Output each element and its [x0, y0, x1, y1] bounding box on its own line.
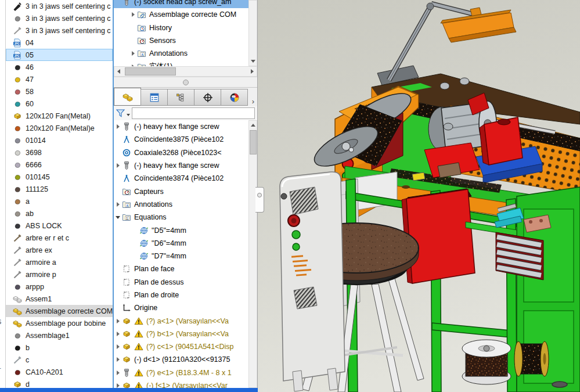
- expander-icon[interactable]: [114, 332, 122, 336]
- feature-tree-item[interactable]: Coïncidente3874 (Pièce102: [114, 172, 248, 185]
- expander-icon[interactable]: [114, 216, 122, 219]
- shaft-icon: [13, 355, 23, 365]
- file-list-item[interactable]: Assemblage pour bobine: [6, 317, 113, 329]
- file-list-item[interactable]: 04: [6, 37, 113, 49]
- feature-tree-item[interactable]: (?) c<1> (90451A541<Disp: [114, 340, 248, 353]
- file-list-item[interactable]: arppp: [6, 280, 113, 293]
- wire-spool-black[interactable]: [514, 341, 549, 376]
- scroll-thumb[interactable]: [125, 67, 176, 75]
- feature-tree-item[interactable]: Sensors: [114, 34, 248, 47]
- file-list-item[interactable]: Assemblage1: [6, 329, 113, 341]
- scrollbar-horizontal[interactable]: [114, 66, 257, 77]
- file-list-item[interactable]: 111125: [6, 183, 113, 195]
- feature-tree-item[interactable]: Plan de droite: [114, 289, 248, 301]
- expander-icon[interactable]: [129, 12, 137, 17]
- scroll-right-button[interactable]: [248, 67, 257, 76]
- featuremanager-tab[interactable]: [114, 88, 141, 106]
- file-list-item[interactable]: 6666: [6, 159, 113, 171]
- wire-spool-copper[interactable]: [462, 340, 511, 384]
- file-list-item[interactable]: 120x120 Fan(Metal): [6, 110, 113, 122]
- white-side-panel: [280, 172, 345, 391]
- feature-tree-item[interactable]: (?) e<1> (B18.3.4M - 8 x 1: [114, 366, 248, 379]
- feature-tree-item[interactable]: (-) socket head cap screw_am: [114, 0, 248, 8]
- feature-tree-item[interactable]: History: [114, 21, 248, 34]
- feature-tree-item[interactable]: (-) heavy hex flange screw: [114, 120, 248, 133]
- feature-tree-item[interactable]: Capteurs: [114, 185, 248, 197]
- feature-tree-item[interactable]: Plan de face: [114, 262, 248, 275]
- file-list-item[interactable]: 3698: [6, 146, 113, 159]
- expander-icon[interactable]: [114, 319, 122, 323]
- file-list-item[interactable]: b: [6, 341, 113, 354]
- feature-tree-item[interactable]: "D7"=4mm: [114, 250, 248, 262]
- scrollbar-vertical[interactable]: [248, 120, 257, 388]
- expander-icon[interactable]: [114, 124, 122, 129]
- displaymanager-tab[interactable]: [221, 89, 248, 106]
- file-list-item[interactable]: 47: [6, 73, 113, 85]
- file-list-item[interactable]: d: [6, 378, 113, 388]
- expander-icon[interactable]: [114, 383, 122, 388]
- expander-icon[interactable]: [114, 163, 122, 168]
- file-list-item[interactable]: arbre ex: [6, 244, 113, 256]
- expander-icon[interactable]: [114, 371, 122, 375]
- feature-tree-item[interactable]: (?) b<1> (Varsayılan<<Va: [114, 328, 248, 340]
- scroll-down-button[interactable]: [249, 57, 257, 66]
- tab-overflow-button[interactable]: ›: [250, 97, 257, 106]
- viewport-3d[interactable]: Taping and coil making machine: [258, 0, 580, 392]
- feature-tree-item[interactable]: Coïncidente3875 (Pièce102: [114, 133, 248, 146]
- file-list-item[interactable]: 3 in 3 jaws self centering c: [6, 24, 113, 37]
- feature-tree-item[interactable]: (-) heavy hex flange screw: [114, 159, 248, 172]
- red-bin[interactable]: [402, 189, 475, 283]
- green-button[interactable]: [292, 231, 300, 239]
- file-list-item[interactable]: a: [6, 195, 113, 207]
- folder-sensors-icon: [122, 187, 132, 196]
- expander-icon[interactable]: [129, 51, 137, 56]
- file-list-item[interactable]: 3 in 3 jaws self centering c: [6, 12, 113, 24]
- feature-tree-item[interactable]: "D5"=4mm: [114, 224, 248, 236]
- scrollbar-vertical[interactable]: [248, 0, 257, 66]
- feature-tree-item[interactable]: "D6"=4mm: [114, 237, 248, 250]
- file-list-item[interactable]: Assem1: [6, 293, 113, 305]
- screw-icon: [122, 122, 132, 131]
- expander-icon[interactable]: [114, 344, 122, 349]
- file-list-item[interactable]: ABS LOCK: [6, 220, 113, 232]
- expander-icon[interactable]: [114, 202, 122, 207]
- scroll-thumb[interactable]: [250, 130, 257, 154]
- tree-filter-input[interactable]: [132, 107, 255, 119]
- panel-collapse-tab[interactable]: [255, 187, 264, 213]
- propertymanager-tab[interactable]: [141, 89, 168, 106]
- scroll-up-button[interactable]: [249, 121, 257, 130]
- dimxpertmanager-tab[interactable]: [194, 89, 221, 106]
- feature-tree-item[interactable]: Coaxiale3268 (Pièce1023<: [114, 146, 248, 159]
- file-list-item[interactable]: 05: [6, 49, 113, 61]
- file-list-item[interactable]: arbre er r et c: [6, 232, 113, 244]
- filter-funnel-icon[interactable]: [116, 108, 126, 118]
- file-list-item[interactable]: 58: [6, 85, 113, 98]
- feature-tree-item[interactable]: (?) a<1> (Varsayılan<<Va: [114, 314, 248, 327]
- file-list-item[interactable]: 46: [6, 61, 113, 73]
- green-button[interactable]: [293, 243, 300, 250]
- feature-tree-item[interactable]: Plan de dessus: [114, 276, 248, 289]
- file-list-item[interactable]: Assemblage correcte COM: [6, 305, 113, 317]
- feature-tree-item[interactable]: Assemblage correcte COM: [114, 8, 248, 21]
- file-list-item[interactable]: armoire p: [6, 268, 113, 280]
- feature-tree-item[interactable]: 实体(1): [114, 60, 248, 66]
- file-list-item[interactable]: 120x120 Fan(Metal)e: [6, 122, 113, 134]
- file-list-item[interactable]: 01014: [6, 134, 113, 146]
- file-list-item[interactable]: 60: [6, 98, 113, 110]
- file-list-item[interactable]: c: [6, 354, 113, 366]
- scroll-left-button[interactable]: [114, 67, 123, 76]
- feature-tree-item[interactable]: Annotations: [114, 47, 248, 60]
- file-list-item[interactable]: ab: [6, 207, 113, 220]
- expander-icon[interactable]: [114, 357, 122, 362]
- feature-tree-item[interactable]: (-) f<1> (Varsayılan<<Var: [114, 379, 248, 388]
- file-list-item[interactable]: armoire a: [6, 256, 113, 268]
- file-list-item[interactable]: 3 in 3 jaws self centering c: [6, 0, 113, 12]
- configurationmanager-tab[interactable]: [167, 89, 194, 106]
- file-list-item[interactable]: 010145: [6, 171, 113, 183]
- feature-tree-item[interactable]: Equations: [114, 211, 248, 224]
- feature-tree-item[interactable]: Annotations: [114, 198, 248, 211]
- file-list-item[interactable]: CA10-A201: [6, 366, 113, 378]
- filter-dropdown-icon[interactable]: [127, 114, 130, 116]
- feature-tree-item[interactable]: Origine: [114, 301, 248, 314]
- feature-tree-item[interactable]: (-) d<1> (91210A320<<91375: [114, 353, 248, 366]
